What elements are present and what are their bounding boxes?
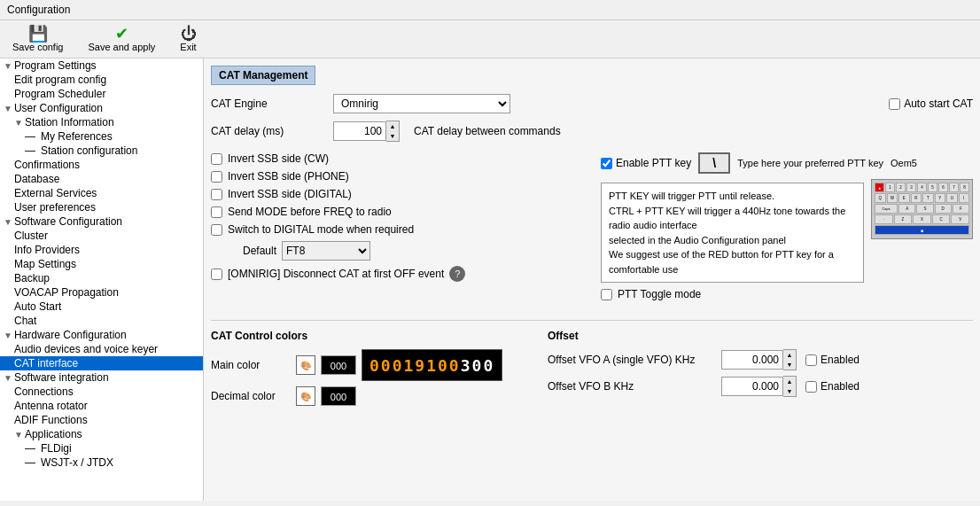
sidebar-item-user-preferences[interactable]: User preferences [0,200,203,214]
ptt-group: Enable PTT key \ Type here your preferre… [601,152,973,174]
invert-ssb-cw-label: Invert SSB side (CW) [228,152,329,165]
send-mode-group: Send MODE before FREQ to radio [211,206,583,218]
save-apply-button[interactable]: ✔ Save and apply [82,24,160,54]
enable-ptt-checkbox[interactable] [601,158,612,169]
section-header: CAT Management [211,66,315,85]
kb-key-r[interactable]: R [911,193,922,203]
sidebar-item-cat-interface[interactable]: CAT interface [0,356,203,370]
sidebar-item-confirmations[interactable]: Confirmations [0,158,203,172]
sidebar-item-my-references[interactable]: —My References [0,129,203,144]
kb-key-f[interactable]: F [953,204,969,214]
sidebar-item-user-configuration[interactable]: ▼User Configuration [0,101,203,115]
main-color-picker-btn[interactable]: 🎨 [296,355,315,375]
ptt-info-box: PTT KEY will trigger PTT until release. … [601,183,864,283]
sidebar-item-program-scheduler[interactable]: Program Scheduler [0,87,203,101]
ptt-toggle-checkbox[interactable] [601,289,612,300]
cat-delay-input[interactable] [333,121,386,141]
main-color-value: 000 [321,355,356,375]
offset-vfo-b-up[interactable]: ▲ [783,377,796,386]
kb-key-5[interactable]: 5 [928,183,937,192]
kb-key-2[interactable]: 2 [896,183,906,192]
sidebar-item-voacap[interactable]: VOACAP Propagation [0,285,203,300]
auto-start-cat-checkbox[interactable] [889,98,900,110]
decimal-color-picker-btn[interactable]: 🎨 [296,386,315,406]
offset-vfo-b-enabled-checkbox[interactable] [805,381,817,393]
kb-key-3[interactable]: 3 [906,183,916,192]
cat-engine-select[interactable]: Omnirig Hamlib Direct [333,94,510,113]
kb-key-u[interactable]: U [946,193,958,203]
invert-ssb-digital-group: Invert SSB side (DIGITAL) [211,188,583,200]
invert-ssb-phone-checkbox[interactable] [211,171,222,183]
kb-key-a[interactable]: A [898,204,915,214]
kb-key-z[interactable]: Z [894,214,913,224]
sidebar-item-program-settings[interactable]: ▼Program Settings [0,58,203,73]
kb-key-v[interactable]: V [951,214,969,224]
invert-ssb-digital-checkbox[interactable] [211,189,222,200]
send-mode-checkbox[interactable] [211,206,222,218]
kb-key-4[interactable]: 4 [917,183,927,192]
kb-key-t[interactable]: T [922,193,934,203]
sidebar-item-cluster[interactable]: Cluster [0,229,203,243]
sidebar-item-connections[interactable]: Connections [0,385,203,399]
sidebar-item-audio-devices[interactable]: Audio devices and voice keyer [0,342,203,356]
kb-key-caps[interactable]: Caps [875,204,898,214]
ptt-info-line3: selected in the Audio Configuration pane… [609,233,856,248]
sidebar-item-wsjt[interactable]: —WSJT-x / JTDX [0,455,203,470]
sidebar-item-fldigi[interactable]: —FLDigi [0,441,203,455]
offset-vfo-a-down[interactable]: ▼ [783,360,796,370]
offset-vfo-b-down[interactable]: ▼ [783,386,796,396]
sidebar-item-software-configuration[interactable]: ▼Software Configuration [0,214,203,229]
kb-key-red[interactable]: ● [875,183,884,192]
sidebar-item-backup[interactable]: Backup [0,271,203,285]
kb-key-c[interactable]: C [932,214,951,224]
sidebar-item-adif-functions[interactable]: ADIF Functions [0,413,203,427]
cat-engine-group: CAT Engine Omnirig Hamlib Direct [211,94,853,113]
ptt-toggle-group: PTT Toggle mode [601,288,864,300]
sidebar-item-external-services[interactable]: External Services [0,186,203,200]
kb-key-e[interactable]: E [898,193,910,203]
kb-key-q[interactable]: Q [875,193,886,203]
kb-key-s[interactable]: S [916,204,933,214]
sidebar-item-software-integration[interactable]: ▼Software integration [0,370,203,385]
sidebar-item-database[interactable]: Database [0,172,203,186]
sidebar-item-station-information[interactable]: ▼Station Information [0,115,203,129]
kb-key-8[interactable]: 8 [960,183,969,192]
cat-delay-down[interactable]: ▼ [386,131,399,141]
ptt-key-display[interactable]: \ [698,152,730,174]
kb-key-7[interactable]: 7 [949,183,959,192]
invert-ssb-cw-checkbox[interactable] [211,153,222,165]
kb-key-x[interactable]: X [913,214,931,224]
auto-start-cat-group[interactable]: Auto start CAT [889,97,973,110]
cat-delay-up[interactable]: ▲ [386,121,399,131]
invert-ssb-digital-label: Invert SSB side (DIGITAL) [228,188,352,200]
sidebar-item-auto-start[interactable]: Auto Start [0,300,203,314]
exit-button[interactable]: ⏻ Exit [175,24,201,54]
kb-key-i[interactable]: I [959,193,970,203]
save-config-button[interactable]: 💾 Save config [7,24,68,54]
switch-digital-checkbox[interactable] [211,224,222,236]
switch-digital-group: Switch to DIGITAL mode when required [211,223,583,236]
kb-key-dot[interactable]: · [875,214,893,224]
kb-key-blue[interactable]: ■ [875,225,969,235]
sidebar-item-antenna-rotator[interactable]: Antenna rotator [0,399,203,413]
sidebar-item-edit-program-config[interactable]: Edit program config [0,73,203,87]
offset-vfo-a-input[interactable] [721,350,783,370]
kb-key-w[interactable]: W [887,193,898,203]
kb-key-y[interactable]: Y [935,193,946,203]
default-select[interactable]: FT8 FT4 WSPR JS8 [282,241,370,261]
offset-vfo-b-input[interactable] [721,377,783,396]
sidebar-item-info-providers[interactable]: Info Providers [0,243,203,257]
cat-engine-label: CAT Engine [211,97,326,110]
sidebar-item-station-configuration[interactable]: —Station configuration [0,144,203,158]
omnirig-disconnect-checkbox[interactable] [211,269,222,280]
sidebar-item-map-settings[interactable]: Map Settings [0,257,203,271]
kb-key-d[interactable]: D [935,204,952,214]
offset-vfo-a-enabled-checkbox[interactable] [805,354,817,366]
help-icon[interactable]: ? [449,266,465,282]
kb-key-1[interactable]: 1 [885,183,895,192]
sidebar-item-chat[interactable]: Chat [0,314,203,328]
offset-vfo-a-up[interactable]: ▲ [783,350,796,360]
sidebar-item-hardware-configuration[interactable]: ▼Hardware Configuration [0,328,203,342]
sidebar-item-applications[interactable]: ▼Applications [0,427,203,441]
kb-key-6[interactable]: 6 [938,183,948,192]
